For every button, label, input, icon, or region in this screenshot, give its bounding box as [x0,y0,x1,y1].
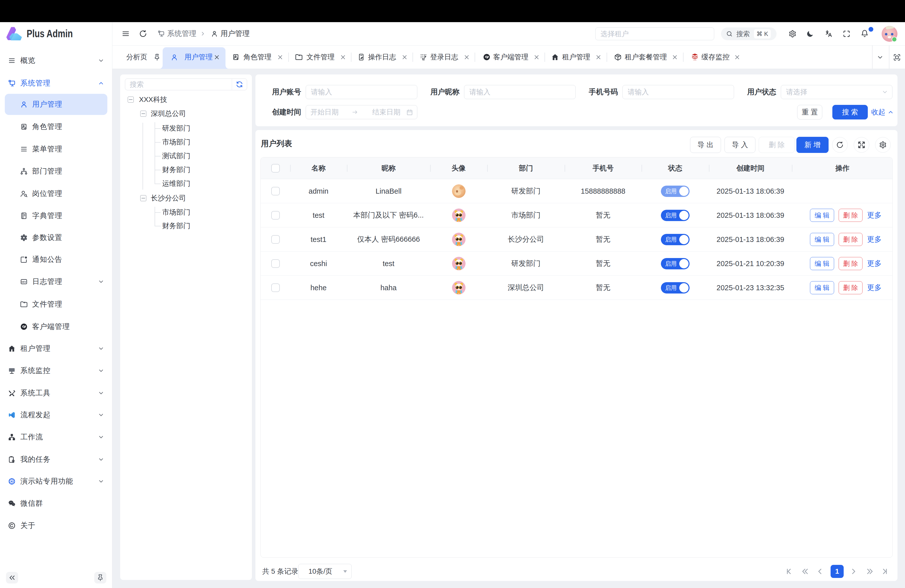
svg-text:redis: redis [693,59,696,60]
svg-text:DEV: DEV [22,281,26,283]
